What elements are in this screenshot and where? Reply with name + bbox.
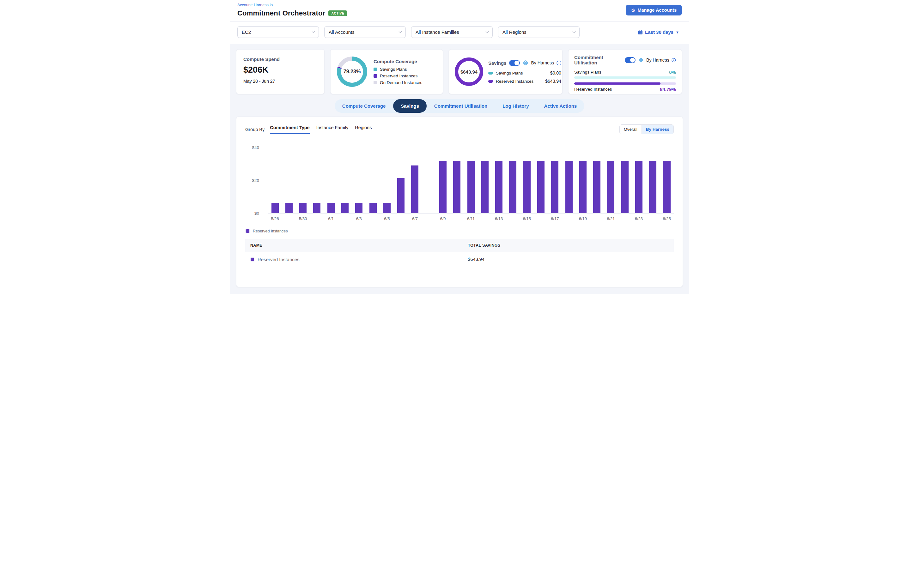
- chevron-down-icon: [312, 30, 315, 33]
- view-toggle-by-harness[interactable]: By Harness: [642, 125, 673, 134]
- coverage-legend: Savings PlansReserved InstancesOn Demand…: [374, 67, 436, 85]
- bar-6-5[interactable]: [383, 203, 391, 213]
- bar-6-14[interactable]: [509, 161, 516, 213]
- savings-breakdown: Savings Plans$0.00Reserved Instances$643…: [488, 70, 561, 84]
- bar-5-29[interactable]: [285, 203, 293, 213]
- group-by-regions[interactable]: Regions: [355, 125, 372, 134]
- bar-slot: [282, 147, 296, 213]
- coverage-title: Compute Coverage: [374, 59, 436, 64]
- bar-5-30[interactable]: [299, 203, 306, 213]
- bar-6-3[interactable]: [355, 203, 363, 213]
- table-cell-total-savings: $643.94: [468, 257, 669, 262]
- filter-dropdown-accounts[interactable]: All Accounts: [324, 26, 406, 38]
- table-row[interactable]: Reserved Instances$643.94: [245, 252, 674, 267]
- bar-6-6[interactable]: [397, 178, 405, 213]
- utilisation-by-harness-toggle[interactable]: [625, 57, 635, 63]
- bar-slot: [338, 147, 352, 213]
- x-label-slot: [618, 216, 632, 221]
- tab-savings[interactable]: Savings: [393, 99, 426, 113]
- group-by-commitment-type[interactable]: Commitment Type: [270, 125, 310, 134]
- bar-6-4[interactable]: [370, 203, 377, 213]
- bar-6-17[interactable]: [551, 161, 558, 213]
- group-by-instance-family[interactable]: Instance Family: [316, 125, 348, 134]
- chart-legend: Reserved Instances: [245, 229, 674, 233]
- tab-commitment-utilisation[interactable]: Commitment Utilisation: [426, 99, 495, 113]
- bar-6-12[interactable]: [481, 161, 489, 213]
- bar-5-28[interactable]: [271, 203, 279, 213]
- filter-bar: EC2All AccountsAll Instance FamiliesAll …: [230, 21, 689, 44]
- filter-value-accounts: All Accounts: [329, 29, 355, 35]
- bar-6-11[interactable]: [467, 161, 475, 213]
- legend-label: Reserved Instances: [380, 74, 418, 78]
- x-tick-label: 6/21: [607, 216, 615, 221]
- filter-dropdown-instance-families[interactable]: All Instance Families: [411, 26, 493, 38]
- bar-6-24[interactable]: [649, 161, 656, 213]
- bar-6-20[interactable]: [593, 161, 600, 213]
- date-range-picker[interactable]: Last 30 days ▼: [638, 29, 679, 35]
- tab-active-actions[interactable]: Active Actions: [536, 99, 585, 113]
- bar-slot: [534, 147, 548, 213]
- x-label-slot: 6/5: [380, 216, 394, 221]
- x-label-slot: 6/3: [352, 216, 366, 221]
- harness-logo-icon: [522, 60, 529, 66]
- legend-swatch: [374, 81, 377, 84]
- info-icon[interactable]: [671, 58, 676, 63]
- title-row: Commitment Orchestrator ACTIVE: [237, 9, 347, 17]
- bar-5-31[interactable]: [313, 203, 321, 213]
- plot-area: 5/285/306/16/36/56/76/96/116/136/156/176…: [268, 147, 674, 221]
- savings-table: NAME TOTAL SAVINGS Reserved Instances$64…: [245, 239, 674, 267]
- toggle-knob: [630, 58, 635, 63]
- x-tick-label: 6/7: [412, 216, 418, 221]
- bar-6-2[interactable]: [341, 203, 348, 213]
- filter-value-instance-families: All Instance Families: [416, 29, 459, 35]
- bars-row: [268, 147, 674, 213]
- coverage-percent: 79.23%: [344, 69, 361, 74]
- account-link[interactable]: Account: Harness.io: [237, 3, 347, 7]
- savings-plans-bar: [574, 76, 676, 79]
- x-label-slot: 6/23: [632, 216, 646, 221]
- bar-6-15[interactable]: [524, 161, 531, 213]
- bar-6-10[interactable]: [453, 161, 460, 213]
- bar-slot: [324, 147, 338, 213]
- bar-6-19[interactable]: [579, 161, 587, 213]
- bar-6-16[interactable]: [537, 161, 545, 213]
- filter-dropdown-service[interactable]: EC2: [237, 26, 319, 38]
- x-axis-labels: 5/285/306/16/36/56/76/96/116/136/156/176…: [268, 216, 674, 221]
- info-icon[interactable]: [556, 61, 561, 65]
- x-tick-label: 5/30: [299, 216, 307, 221]
- bar-6-7[interactable]: [411, 165, 418, 213]
- filter-dropdown-regions[interactable]: All Regions: [498, 26, 580, 38]
- tab-log-history[interactable]: Log History: [495, 99, 536, 113]
- gear-icon: ⚙: [631, 8, 635, 13]
- bar-6-1[interactable]: [327, 203, 335, 213]
- savings-title: Savings: [488, 60, 507, 66]
- savings-by-harness-toggle[interactable]: [509, 60, 520, 66]
- savings-ring-chart: $643.94: [455, 58, 483, 86]
- bar-6-21[interactable]: [607, 161, 614, 213]
- bar-slot: [646, 147, 660, 213]
- x-label-slot: 6/1: [324, 216, 338, 221]
- bar-6-9[interactable]: [439, 161, 447, 213]
- compute-spend-period: May 28 - Jun 27: [243, 79, 317, 84]
- page-title: Commitment Orchestrator: [237, 9, 325, 17]
- row-total-savings: $643.94: [468, 257, 484, 262]
- chevron-down-icon: [573, 30, 576, 33]
- bar-6-25[interactable]: [663, 161, 671, 213]
- view-toggle-overall[interactable]: Overall: [620, 125, 642, 134]
- section-tabs: Compute CoverageSavingsCommitment Utilis…: [335, 99, 584, 113]
- filter-value-regions: All Regions: [502, 29, 527, 35]
- bar-6-22[interactable]: [621, 161, 629, 213]
- manage-accounts-button[interactable]: ⚙ Manage Accounts: [626, 5, 682, 16]
- bar-slot: [632, 147, 646, 213]
- tab-compute-coverage[interactable]: Compute Coverage: [335, 99, 394, 113]
- bar-6-23[interactable]: [635, 161, 642, 213]
- harness-logo-icon: [638, 57, 644, 63]
- calendar-icon: [638, 30, 643, 35]
- savings-breakdown-row: Savings Plans$0.00: [488, 70, 561, 76]
- group-by-options: Commitment TypeInstance FamilyRegions: [270, 125, 378, 134]
- bar-6-13[interactable]: [495, 161, 502, 213]
- y-tick-0: $0: [254, 211, 259, 216]
- bar-slot: [352, 147, 366, 213]
- savings-card: $643.94 Savings By Harness: [449, 49, 562, 94]
- bar-6-18[interactable]: [566, 161, 573, 213]
